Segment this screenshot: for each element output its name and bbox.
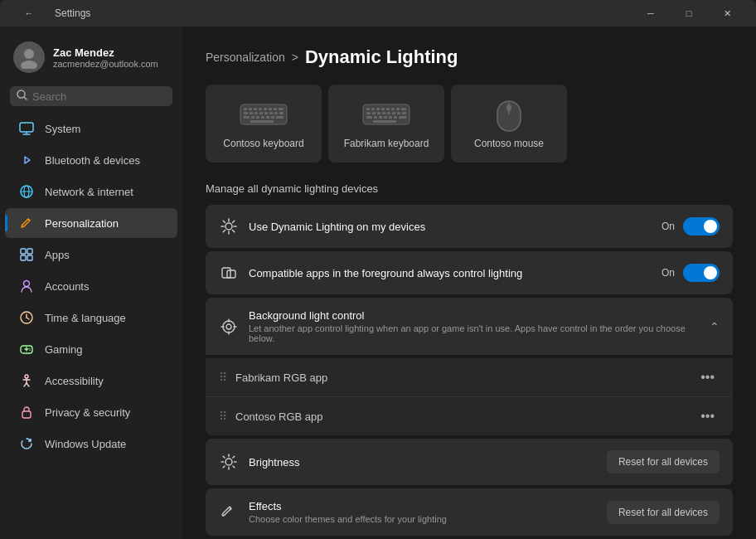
bg-light-icon: [219, 317, 239, 337]
svg-line-27: [27, 383, 29, 386]
svg-rect-72: [374, 116, 377, 119]
close-button[interactable]: ✕: [708, 0, 746, 27]
dynamic-lighting-icon: [219, 216, 239, 236]
sidebar-item-network[interactable]: Network & internet: [5, 177, 177, 206]
system-icon: [18, 120, 35, 137]
setting-label: Use Dynamic Lighting on my devices: [249, 221, 425, 233]
svg-rect-11: [27, 249, 32, 254]
sidebar-item-label: Bluetooth & devices: [45, 154, 140, 167]
sidebar-item-gaming[interactable]: Gaming: [5, 334, 177, 364]
setting-row-compatible-apps: Compatible apps in the foreground always…: [206, 251, 733, 294]
sidebar-item-label: Apps: [45, 249, 70, 261]
svg-rect-59: [386, 108, 390, 110]
svg-rect-41: [259, 112, 263, 114]
mouse-icon: [484, 98, 534, 131]
svg-rect-31: [249, 108, 252, 110]
setting-left: Effects Choose color themes and effects …: [219, 500, 447, 524]
setting-label-3: Background light control: [249, 309, 710, 322]
sidebar-item-label: Accounts: [45, 280, 89, 293]
accounts-icon: [18, 278, 35, 294]
svg-rect-62: [401, 108, 406, 110]
svg-line-107: [223, 466, 225, 468]
brightness-reset-button[interactable]: Reset for all devices: [607, 450, 720, 473]
setting-row-dynamic-lighting: Use Dynamic Lighting on my devices On: [206, 205, 733, 248]
setting-text: Compatible apps in the foreground always…: [249, 267, 522, 279]
svg-rect-76: [394, 116, 397, 119]
svg-point-14: [24, 281, 30, 287]
more-button-contoso[interactable]: •••: [695, 407, 720, 425]
svg-line-89: [233, 221, 235, 222]
gaming-icon: [18, 341, 35, 357]
setting-right: On: [662, 217, 720, 236]
avatar: [13, 41, 45, 73]
sidebar-item-accounts[interactable]: Accounts: [5, 271, 177, 301]
breadcrumb-separator: >: [292, 51, 298, 64]
setting-left: Brightness: [219, 452, 299, 472]
svg-point-99: [225, 459, 232, 465]
sidebar-item-label: Windows Update: [45, 438, 126, 450]
sidebar-item-privacy[interactable]: Privacy & security: [5, 397, 177, 427]
toggle-compatible-apps[interactable]: [683, 264, 720, 282]
bg-light-sub: ⠿ Fabrikam RGB app ••• ⠿ Contoso RGB app…: [206, 358, 733, 435]
apps-icon: [18, 246, 35, 263]
sidebar-item-accessibility[interactable]: Accessibility: [5, 366, 177, 396]
user-profile[interactable]: Zac Mendez zacmendez@outlook.com: [0, 33, 182, 86]
svg-rect-48: [256, 116, 259, 119]
brightness-icon: [219, 452, 239, 472]
drag-icon[interactable]: ⠿: [219, 371, 227, 384]
toggle-label: On: [662, 221, 675, 232]
svg-rect-71: [366, 116, 372, 119]
toggle-label-2: On: [662, 267, 675, 279]
svg-rect-70: [402, 112, 406, 114]
sidebar-item-bluetooth[interactable]: Bluetooth & devices: [5, 145, 177, 175]
svg-rect-81: [506, 104, 511, 111]
svg-rect-36: [274, 108, 277, 110]
svg-rect-73: [379, 116, 382, 119]
sidebar-item-update[interactable]: Windows Update: [5, 429, 177, 459]
svg-rect-40: [254, 112, 258, 114]
privacy-icon: [18, 404, 35, 420]
svg-rect-32: [254, 108, 257, 110]
sidebar-item-label: Privacy & security: [45, 406, 130, 419]
device-card-contoso-mouse[interactable]: Contoso mouse: [451, 85, 567, 163]
setting-right: ⌃: [710, 320, 720, 333]
svg-point-21: [29, 348, 30, 349]
back-button[interactable]: ←: [10, 0, 48, 27]
keyboard-icon-2: [361, 98, 411, 131]
svg-rect-52: [276, 116, 284, 119]
titlebar-left: ← Settings: [10, 0, 90, 27]
search-box[interactable]: [10, 86, 172, 106]
drag-icon-2[interactable]: ⠿: [219, 410, 227, 423]
svg-rect-61: [396, 108, 400, 110]
svg-rect-68: [392, 112, 395, 114]
search-icon: [17, 90, 27, 103]
device-card-contoso-keyboard[interactable]: Contoso keyboard: [206, 85, 322, 163]
sidebar-item-system[interactable]: System: [5, 114, 177, 143]
page-title: Dynamic Lighting: [305, 46, 458, 68]
setting-desc-3: Let another app control lighting when an…: [249, 323, 710, 343]
minimize-button[interactable]: ─: [632, 0, 670, 27]
setting-right: On: [662, 264, 720, 282]
maximize-button[interactable]: □: [670, 0, 708, 27]
svg-line-105: [233, 466, 235, 468]
sidebar-item-apps[interactable]: Apps: [5, 240, 177, 270]
search-input[interactable]: [32, 90, 172, 103]
sidebar-item-label: Personalization: [45, 217, 119, 230]
chevron-up-icon[interactable]: ⌃: [710, 320, 720, 333]
svg-rect-13: [27, 255, 32, 260]
svg-rect-4: [20, 123, 33, 132]
sidebar-item-label: System: [45, 123, 80, 135]
toggle-dynamic-lighting[interactable]: [683, 217, 720, 236]
sub-row-contoso: ⠿ Contoso RGB app •••: [206, 396, 733, 435]
sub-row-left: ⠿ Fabrikam RGB app: [219, 371, 327, 384]
sidebar-item-time[interactable]: Time & language: [5, 303, 177, 333]
device-card-fabrikam-keyboard[interactable]: Fabrikam keyboard: [328, 85, 444, 163]
sidebar-item-personalization[interactable]: Personalization: [5, 208, 177, 238]
keyboard-icon: [239, 98, 288, 131]
effects-desc: Choose color themes and effects for your…: [249, 514, 447, 524]
effects-reset-button[interactable]: Reset for all devices: [607, 501, 720, 524]
more-button-fabrikam[interactable]: •••: [695, 368, 720, 386]
user-email: zacmendez@outlook.com: [53, 59, 158, 69]
breadcrumb-parent[interactable]: Personalization: [206, 51, 285, 64]
svg-line-90: [223, 231, 225, 232]
